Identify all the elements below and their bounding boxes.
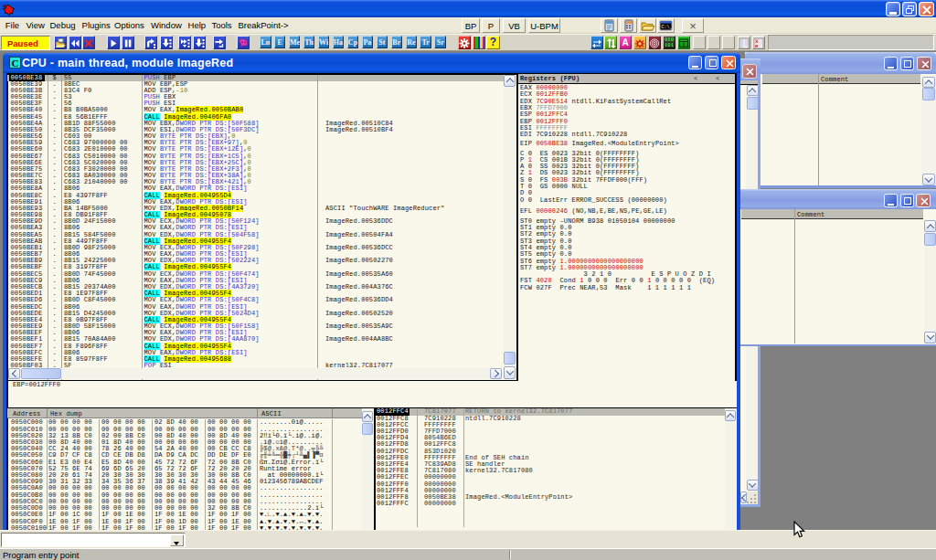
svg-text:C:\_: C:\_: [662, 25, 674, 30]
